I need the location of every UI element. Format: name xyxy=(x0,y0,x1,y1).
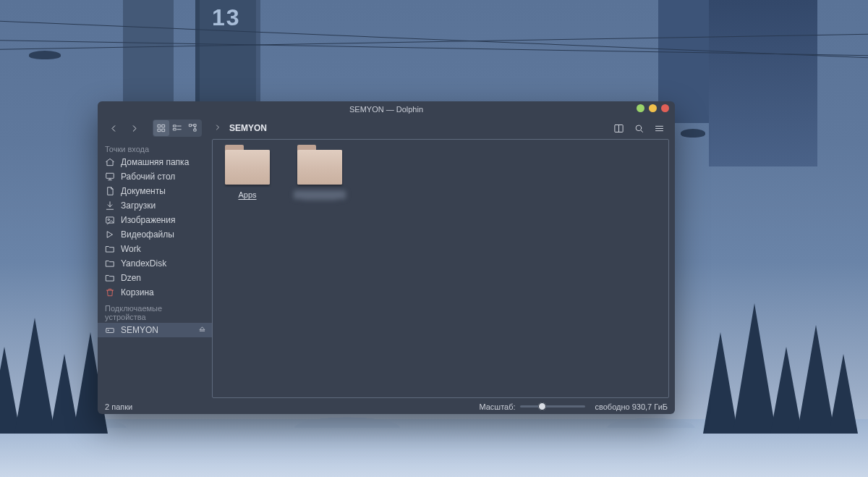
details-view-button[interactable] xyxy=(185,120,201,136)
sidebar-item-yandexdisk[interactable]: YandexDisk xyxy=(98,256,212,271)
view-mode-segment xyxy=(153,119,202,137)
sidebar-item-label: Домашняя папка xyxy=(121,157,189,167)
sidebar-item-label: Загрузки xyxy=(121,200,156,211)
forward-button[interactable] xyxy=(125,119,142,137)
folder-icon xyxy=(105,244,115,254)
sidebar-section-devices: Подключаемые устройства xyxy=(98,303,212,323)
folder-item[interactable]: Apps xyxy=(221,150,273,387)
breadcrumb[interactable]: SEMYON xyxy=(213,123,267,134)
zoom-label: Масштаб: xyxy=(479,402,515,411)
folder-icon xyxy=(105,273,115,283)
svg-rect-5 xyxy=(174,129,176,130)
status-free-space: свободно 930,7 ГиБ xyxy=(595,402,668,411)
sidebar-item-label: YandexDisk xyxy=(121,258,166,269)
sidebar-device-semyon[interactable]: SEMYON xyxy=(98,323,212,337)
dolphin-window: SEMYON — Dolphin xyxy=(98,101,675,414)
tree-icon xyxy=(188,123,198,133)
eject-button[interactable] xyxy=(198,325,206,335)
svg-rect-14 xyxy=(106,329,114,333)
folder-icon xyxy=(297,150,342,185)
trash-icon xyxy=(105,287,115,297)
grid-icon xyxy=(156,123,166,133)
folder-icon xyxy=(105,258,115,269)
maximize-button[interactable] xyxy=(649,104,657,112)
svg-rect-6 xyxy=(190,124,192,127)
sidebar-item-label: Work xyxy=(121,244,141,254)
folder-label: ██████ xyxy=(294,190,346,199)
sidebar-item-label: Документы xyxy=(121,186,166,196)
toolbar: SEMYON xyxy=(98,117,675,139)
svg-rect-0 xyxy=(158,124,161,127)
titlebar[interactable]: SEMYON — Dolphin xyxy=(98,101,675,117)
hamburger-icon xyxy=(654,123,665,134)
svg-rect-3 xyxy=(162,129,165,132)
svg-rect-4 xyxy=(174,125,176,127)
svg-point-15 xyxy=(108,330,109,331)
wallpaper-sign: 13 xyxy=(212,4,241,31)
sidebar-item-label: Рабочий стол xyxy=(121,172,175,182)
close-button[interactable] xyxy=(661,104,669,112)
svg-point-13 xyxy=(108,219,109,220)
split-icon xyxy=(613,123,624,134)
folder-label: Apps xyxy=(221,190,273,199)
search-icon xyxy=(634,123,644,134)
search-button[interactable] xyxy=(630,119,647,137)
sidebar-item-label: Изображения xyxy=(121,215,175,225)
back-button[interactable] xyxy=(105,119,122,137)
sidebar-item-label: Dzen xyxy=(121,273,141,283)
folder-item[interactable]: ██████ xyxy=(294,150,346,387)
sidebar-item-документы[interactable]: Документы xyxy=(98,184,212,198)
sidebar-item-видеофайлы[interactable]: Видеофайлы xyxy=(98,227,212,242)
sidebar-item-label: Видеофайлы xyxy=(121,229,174,240)
status-item-count: 2 папки xyxy=(105,402,132,411)
document-icon xyxy=(105,186,115,196)
video-icon xyxy=(105,229,115,240)
sidebar: Точки входа Домашняя папкаРабочий столДо… xyxy=(98,139,212,398)
minimize-button[interactable] xyxy=(637,104,644,112)
menu-button[interactable] xyxy=(650,119,668,137)
arrow-left-icon xyxy=(109,123,119,134)
desktop-wallpaper: 13 SEMYON — Dolphin xyxy=(0,0,868,477)
svg-rect-11 xyxy=(106,173,114,178)
sidebar-item-изображения[interactable]: Изображения xyxy=(98,213,212,227)
arrow-right-icon xyxy=(129,123,140,134)
compact-view-button[interactable] xyxy=(169,120,185,136)
svg-rect-1 xyxy=(162,124,165,127)
breadcrumb-location[interactable]: SEMYON xyxy=(229,123,267,133)
download-icon xyxy=(105,200,115,211)
zoom-thumb[interactable] xyxy=(538,402,546,410)
sidebar-item-dzen[interactable]: Dzen xyxy=(98,271,212,285)
image-icon xyxy=(105,215,115,225)
sidebar-item-рабочий-стол[interactable]: Рабочий стол xyxy=(98,169,212,184)
sidebar-section-places: Точки входа xyxy=(98,143,212,155)
sidebar-item-label: SEMYON xyxy=(121,325,158,335)
status-bar: 2 папки Масштаб: свободно 930,7 ГиБ xyxy=(98,398,675,414)
desktop-icon xyxy=(105,172,115,182)
compact-icon xyxy=(172,123,182,133)
sidebar-item-домашняя-папка[interactable]: Домашняя папка xyxy=(98,155,212,169)
sidebar-item-загрузки[interactable]: Загрузки xyxy=(98,198,212,213)
file-view[interactable]: Apps ██████ xyxy=(212,139,669,398)
drive-icon xyxy=(105,325,115,335)
icons-view-button[interactable] xyxy=(153,120,169,136)
sidebar-item-label: Корзина xyxy=(121,287,154,297)
home-icon xyxy=(105,157,115,167)
split-view-button[interactable] xyxy=(610,119,627,137)
sidebar-item-work[interactable]: Work xyxy=(98,242,212,256)
chevron-right-icon xyxy=(213,123,222,134)
zoom-slider[interactable] xyxy=(520,405,585,408)
sidebar-item-корзина[interactable]: Корзина xyxy=(98,285,212,300)
window-title: SEMYON — Dolphin xyxy=(98,105,675,114)
folder-icon xyxy=(225,150,270,185)
svg-rect-2 xyxy=(158,129,161,132)
